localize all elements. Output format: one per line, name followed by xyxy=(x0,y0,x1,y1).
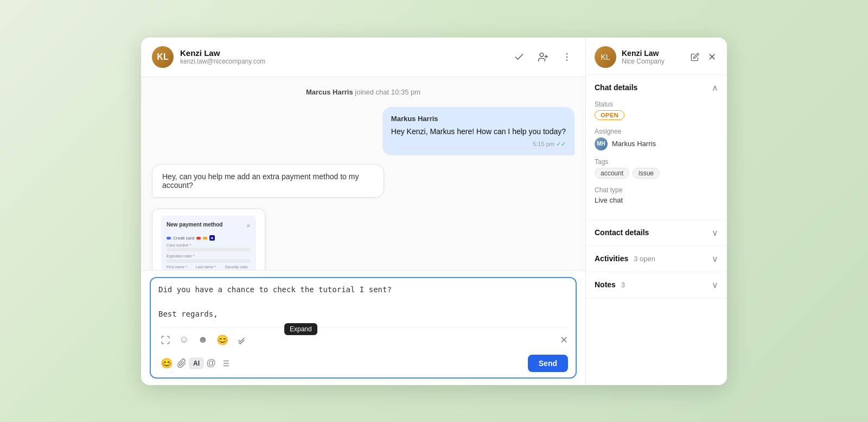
preview-expiry-row: Expiration date * xyxy=(167,254,251,263)
contact-details-title: Contact details xyxy=(595,228,649,237)
status-row: Status OPEN xyxy=(595,100,718,120)
chat-body: Marcus Harris joined chat 10:35 pm Marku… xyxy=(141,77,585,270)
notes-chevron: ∨ xyxy=(712,280,718,290)
assignee-label: Assignee xyxy=(595,128,718,135)
contact-details-header[interactable]: Contact details ∨ xyxy=(586,220,727,245)
activities-count: 3 open xyxy=(634,255,655,263)
emoji-picker-button[interactable]: ☺ xyxy=(177,332,191,348)
status-value: OPEN xyxy=(595,110,718,120)
chat-panel: KL Kenzi Law kenzi.law@nicecompany.com xyxy=(141,37,586,385)
avatar-image: KL xyxy=(152,46,174,68)
chat-type-value: Live chat xyxy=(595,196,718,204)
canned-responses-button[interactable] xyxy=(218,356,232,370)
app-window: KL Kenzi Law kenzi.law@nicecompany.com xyxy=(141,37,727,385)
assignee-row: Assignee MH Markus Harris xyxy=(595,128,718,150)
preview-credit-label: Credit card xyxy=(173,235,194,241)
dot-credit-card xyxy=(167,237,171,240)
add-participant-button[interactable] xyxy=(535,49,551,65)
preview-card-number-label: Card number * xyxy=(167,243,251,248)
read-check-icon: ✓✓ xyxy=(556,141,566,147)
activities-section-header[interactable]: Activities 3 open ∨ xyxy=(586,246,727,272)
contact-details-chevron: ∨ xyxy=(712,228,718,238)
tags-row: Tags account issue xyxy=(595,158,718,179)
chat-details-body: Status OPEN Assignee MH Markus Harris Ta… xyxy=(586,100,727,219)
agent-message-text: Hey Kenzi, Markus here! How can I help y… xyxy=(391,126,566,137)
contact-name: Kenzi Law xyxy=(180,48,512,58)
ai-label: AI xyxy=(193,360,200,367)
assignee-value: MH Markus Harris xyxy=(595,137,718,150)
compose-close-button[interactable]: ✕ xyxy=(560,334,568,346)
compose-input[interactable]: Did you have a chance to check the tutor… xyxy=(158,284,568,320)
preview-expiry-field xyxy=(167,259,251,263)
status-badge: OPEN xyxy=(595,110,624,120)
notes-section-header[interactable]: Notes 3 ∨ xyxy=(586,272,727,298)
ai-button[interactable]: AI xyxy=(189,357,204,369)
status-label: Status xyxy=(595,100,718,108)
activities-section: Activities 3 open ∨ xyxy=(586,246,727,272)
reaction-button[interactable]: 😊 xyxy=(214,332,231,348)
chat-header: KL Kenzi Law kenzi.law@nicecompany.com xyxy=(141,37,585,77)
system-action: joined chat xyxy=(355,88,389,96)
dot-visa xyxy=(196,237,201,240)
agent-message-meta: 5:15 pm ✓✓ xyxy=(391,140,566,149)
chat-type-row: Chat type Live chat xyxy=(595,186,718,204)
send-button[interactable]: Send xyxy=(528,355,568,372)
compose-area: Expand Did you have a chance to check th… xyxy=(141,270,585,385)
send-label: Send xyxy=(539,359,557,368)
attachment-button[interactable] xyxy=(175,356,189,370)
chat-details-section-header[interactable]: Chat details ∧ xyxy=(586,75,727,100)
preview-expiry-label: Expiration date * xyxy=(167,254,251,259)
emoji-button[interactable]: 😊 xyxy=(158,355,175,371)
svg-point-4 xyxy=(566,56,568,58)
preview-close-icon[interactable]: ✕ xyxy=(246,223,251,230)
mention-button[interactable]: @ xyxy=(204,355,218,371)
edit-details-button[interactable] xyxy=(688,49,701,65)
expand-tooltip: Expand xyxy=(284,323,317,335)
preview-title: New payment method xyxy=(167,221,222,229)
close-details-button[interactable]: ✕ xyxy=(706,49,718,65)
preview-row-options: Credit card ■ xyxy=(167,235,251,241)
details-avatar: KL xyxy=(595,46,616,68)
contact-avatar: KL xyxy=(152,46,174,68)
details-header-info: Kenzi Law Nice Company xyxy=(622,49,688,65)
agent-message-bubble: Markus Harris Hey Kenzi, Markus here! Ho… xyxy=(382,107,575,155)
notes-title: Notes 3 xyxy=(595,280,625,289)
chat-details-chevron: ∧ xyxy=(712,83,718,93)
resolve-button[interactable] xyxy=(512,49,527,65)
assignee-name: Markus Harris xyxy=(612,140,656,148)
activities-chevron: ∨ xyxy=(712,254,718,264)
user-message-bubble: Hey, can you help me add an extra paymen… xyxy=(152,164,384,198)
send-options-button[interactable] xyxy=(235,333,248,347)
attachment-preview: New payment method ✕ Credit card ■ Card … xyxy=(161,216,256,270)
contact-details-section: Contact details ∨ xyxy=(586,220,727,246)
details-panel: KL Kenzi Law Nice Company ✕ Chat details… xyxy=(586,37,727,385)
system-sender: Marcus Harris xyxy=(306,88,353,96)
expand-button[interactable] xyxy=(158,333,173,347)
tag-account[interactable]: account xyxy=(595,168,629,179)
sticker-button[interactable]: ☻ xyxy=(195,332,210,348)
chat-type-label: Chat type xyxy=(595,186,718,194)
agent-message-row: Markus Harris Hey Kenzi, Markus here! Ho… xyxy=(152,107,575,155)
agent-message-time: 5:15 pm xyxy=(533,141,554,147)
tags-values: account issue xyxy=(595,168,718,179)
chat-details-section: Chat details ∧ Status OPEN Assignee MH M… xyxy=(586,75,727,220)
user-message-text: Hey, can you help me add an extra paymen… xyxy=(162,172,359,190)
system-message: Marcus Harris joined chat 10:35 pm xyxy=(152,88,575,96)
preview-card-field xyxy=(167,248,251,251)
details-header: KL Kenzi Law Nice Company ✕ xyxy=(586,37,727,75)
attachment-card: New payment method ✕ Credit card ■ Card … xyxy=(152,209,265,270)
attachment-message-row: New payment method ✕ Credit card ■ Card … xyxy=(152,209,575,270)
details-header-actions: ✕ xyxy=(688,49,718,65)
header-actions xyxy=(512,49,575,65)
compose-box: Did you have a chance to check the tutor… xyxy=(150,277,577,378)
compose-toolbar-bottom: 😊 AI @ Send xyxy=(158,350,568,372)
more-options-button[interactable] xyxy=(559,49,575,65)
notes-count: 3 xyxy=(621,281,625,289)
assignee-avatar: MH xyxy=(595,137,608,150)
svg-point-5 xyxy=(566,59,568,61)
chat-details-title: Chat details xyxy=(595,83,637,92)
notes-section: Notes 3 ∨ xyxy=(586,272,727,298)
dot-amex: ■ xyxy=(209,235,215,241)
tag-issue[interactable]: issue xyxy=(633,168,660,179)
preview-cvv-label: Security code (CVV) * xyxy=(225,264,251,270)
